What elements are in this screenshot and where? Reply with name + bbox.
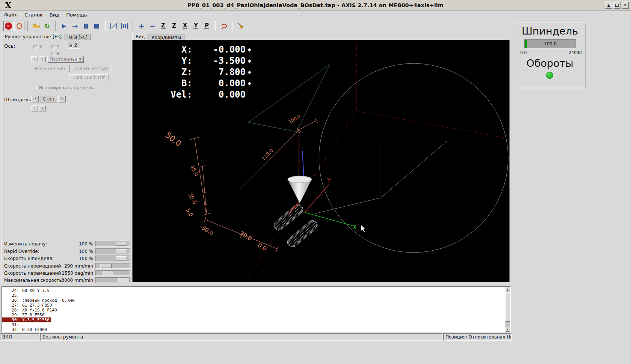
- close-button[interactable]: ✕: [622, 2, 629, 9]
- pause-button[interactable]: [81, 21, 91, 31]
- clear-plot-button[interactable]: [235, 21, 246, 31]
- run-button[interactable]: ▶: [59, 21, 69, 31]
- window-titlebar: X PP8_01_002_d4_PaziOhlajdeniaVoda_BOsDe…: [0, 0, 631, 11]
- svg-text:120.0: 120.0: [260, 147, 274, 161]
- dro-display: X:-0.000◆ Y:-3.500◆ Z:7.800◆ B:0.000◆ Ve…: [153, 44, 253, 100]
- radio-axis-y[interactable]: Y: [51, 43, 59, 50]
- toolpath-slot-b: [285, 218, 319, 249]
- angular-jog-speed-slider[interactable]: [95, 270, 130, 276]
- spindle-minus-button[interactable]: -: [31, 105, 38, 111]
- dro-row-x: X:-0.000◆: [153, 44, 253, 55]
- dimension-labels: 50.0 100.0 120.0 45.0 20.0 5.0 -30.0 30.…: [163, 114, 301, 252]
- radio-axis-x[interactable]: X: [33, 43, 42, 50]
- view-z-back-button[interactable]: Z: [169, 21, 179, 31]
- zoom-in-button[interactable]: +: [136, 21, 146, 31]
- menu-help[interactable]: Помощь: [63, 11, 90, 18]
- zoom-out-button[interactable]: −: [147, 21, 157, 31]
- reload-button[interactable]: ↻: [42, 21, 52, 31]
- minimize-button[interactable]: ▲: [605, 2, 612, 9]
- maximize-button[interactable]: [613, 2, 620, 9]
- gcode-line[interactable]: 28:X0 Y-19.8 F140: [2, 308, 510, 313]
- jog-minus-button[interactable]: -: [31, 56, 38, 62]
- tab-mdi[interactable]: MDI [F5]: [65, 34, 91, 40]
- slider-handle[interactable]: [116, 256, 127, 260]
- home-all-button[interactable]: Все в начало: [30, 65, 69, 72]
- gcode-line[interactable]: 29:Z7.8 F550: [2, 313, 510, 317]
- tab-manual-control[interactable]: Ручное управление-[F3]: [2, 33, 65, 40]
- touch-off-button[interactable]: Задать отступ: [71, 65, 111, 72]
- gcode-line[interactable]: 27:G1 Z7.3 F850: [2, 303, 510, 308]
- gcode-line[interactable]: 31:: [2, 322, 510, 327]
- view-y-button[interactable]: Y: [191, 21, 201, 31]
- spindle-panel: Шпиндель 700.0 0.0 24000 Обороты: [514, 23, 586, 88]
- tab-view[interactable]: Вид: [132, 33, 148, 40]
- power-icon: [17, 23, 22, 29]
- rotate-view-button[interactable]: [219, 21, 229, 31]
- spindle-on-led: [546, 72, 553, 79]
- spindle-min-label: 0.0: [520, 50, 527, 55]
- menu-view[interactable]: Вид: [46, 11, 63, 18]
- stop-button[interactable]: [92, 21, 102, 31]
- preview-canvas[interactable]: X:-0.000◆ Y:-3.500◆ Z:7.800◆ B:0.000◆ Ve…: [132, 40, 510, 282]
- radio-icon: [51, 52, 55, 56]
- slider-handle[interactable]: [102, 271, 113, 275]
- gcode-line-current[interactable]: 30:Y-3.5 F1550: [2, 317, 510, 322]
- skip-lines-button[interactable]: [109, 21, 119, 31]
- spindle-stop-button[interactable]: Стоп: [40, 96, 57, 102]
- skip-lines-icon: [110, 23, 117, 29]
- rotate-cw-icon: ↻: [60, 96, 64, 102]
- gcode-line[interactable]: 25:: [2, 293, 510, 298]
- open-file-button[interactable]: [31, 21, 41, 31]
- slider-handle[interactable]: [118, 278, 130, 282]
- jog-speed-slider[interactable]: [95, 263, 130, 269]
- close-icon: ✕: [624, 3, 627, 7]
- toolbar-separator: [55, 21, 56, 31]
- tool-touch-off-button[interactable]: Tool Touch Off: [69, 74, 109, 81]
- menu-machine[interactable]: Станок: [21, 11, 46, 18]
- optional-pause-button[interactable]: [119, 21, 130, 31]
- tab-coordinates[interactable]: Координаты: [148, 34, 184, 40]
- slider-handle[interactable]: [100, 264, 112, 268]
- slider-handle[interactable]: [116, 242, 127, 246]
- pause-icon: [84, 24, 88, 29]
- z-axis-line: [302, 151, 304, 177]
- dro-row-z: Z:7.800◆: [153, 66, 253, 78]
- radio-axis-z[interactable]: Z: [67, 42, 80, 49]
- jog-plus-button[interactable]: +: [39, 56, 46, 62]
- gcode-scrollbar[interactable]: ▲ ▼: [505, 287, 510, 332]
- spindle-rpm-bar: 700.0: [524, 39, 576, 48]
- rapid-override-slider[interactable]: [95, 248, 130, 254]
- mouse-cursor-icon: [361, 225, 365, 232]
- estop-button[interactable]: ✕: [3, 21, 14, 31]
- machine-power-button[interactable]: [14, 21, 24, 31]
- gcode-line[interactable]: 24:G0 X0 Y-3.5: [2, 288, 510, 293]
- view-z-button[interactable]: Z: [158, 21, 168, 31]
- menu-file[interactable]: Файл: [1, 11, 21, 18]
- spindle-cw-button[interactable]: ↻: [58, 96, 66, 102]
- spindle-rpm-value: 700.0: [525, 41, 576, 47]
- scroll-up-button[interactable]: ▲: [505, 287, 510, 292]
- spindle-panel-title: Шпиндель: [514, 25, 586, 37]
- homed-icon: ◆: [246, 81, 253, 86]
- scroll-down-button[interactable]: ▼: [505, 327, 510, 332]
- max-velocity-slider[interactable]: [95, 277, 130, 283]
- slider-handle[interactable]: [116, 249, 127, 253]
- gcode-line[interactable]: 32:B-20 F2000: [2, 327, 510, 332]
- homed-icon: ◆: [246, 69, 253, 75]
- step-button[interactable]: →: [70, 21, 80, 31]
- status-power: ВКЛ: [0, 333, 39, 341]
- feed-override-slider[interactable]: [95, 241, 130, 247]
- spindle-override-slider[interactable]: [95, 256, 130, 261]
- spindle-plus-button[interactable]: +: [39, 105, 46, 111]
- zoom-in-icon: +: [138, 21, 145, 30]
- spindle-override-row: Скорость шпинделя: 100 %: [2, 256, 131, 262]
- view-perspective-button[interactable]: P: [202, 21, 212, 31]
- scrollbar-thumb[interactable]: [505, 292, 510, 322]
- toolbar-separator: [215, 21, 216, 31]
- gcode-line[interactable]: 26:;первый проход -0.7мм: [2, 298, 510, 303]
- view-z-icon: Z: [161, 23, 166, 29]
- spindle-ccw-button[interactable]: ↺: [31, 96, 39, 102]
- jog-mode-select[interactable]: Постоянный ▼: [47, 56, 84, 63]
- ignore-limits-checkbox[interactable]: Игнорировать пределы: [33, 84, 95, 91]
- view-x-button[interactable]: X: [180, 21, 190, 31]
